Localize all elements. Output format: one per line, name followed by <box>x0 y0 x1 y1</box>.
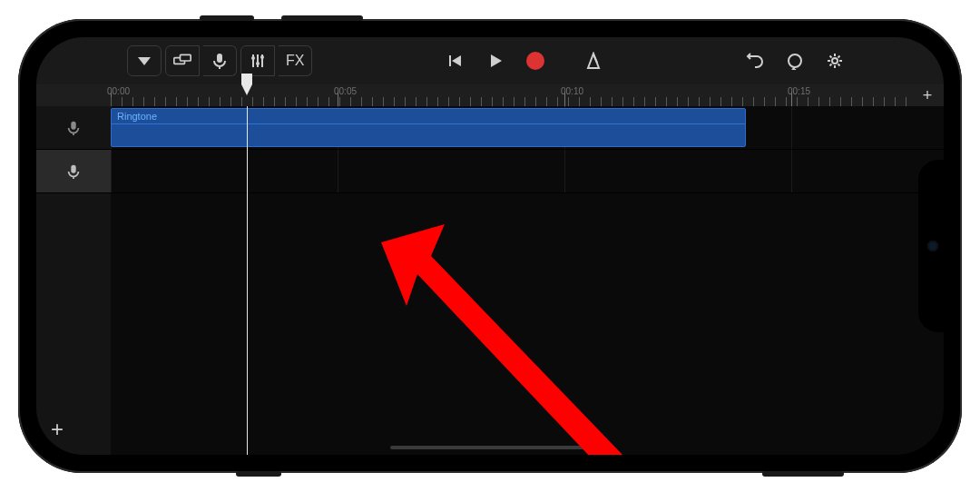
input-button[interactable] <box>203 45 237 76</box>
svg-rect-17 <box>71 121 75 129</box>
instrument-browser-button[interactable] <box>127 45 162 76</box>
add-track-button[interactable]: + <box>51 417 64 442</box>
svg-marker-12 <box>491 54 502 67</box>
tracks-view-button[interactable] <box>165 45 200 76</box>
mic-icon <box>211 52 229 70</box>
playhead[interactable] <box>247 106 248 455</box>
plus-icon: + <box>923 86 933 105</box>
svg-point-9 <box>260 55 264 59</box>
plus-icon: + <box>51 417 64 441</box>
record-button[interactable] <box>517 45 554 76</box>
tracks-area: Ringtone <box>36 106 944 455</box>
rewind-icon <box>446 52 465 70</box>
svg-line-14 <box>593 54 597 63</box>
undo-icon <box>746 52 764 70</box>
play-icon <box>486 52 505 70</box>
track-header-1[interactable] <box>36 106 111 150</box>
track-lane-2[interactable] <box>111 150 944 193</box>
svg-rect-10 <box>449 55 451 66</box>
mixer-button[interactable] <box>240 45 275 76</box>
svg-point-16 <box>832 58 838 64</box>
fx-button[interactable]: FX <box>279 45 312 76</box>
play-button[interactable] <box>477 45 514 76</box>
ruler-label: 00:00 <box>107 86 130 96</box>
svg-marker-0 <box>138 57 151 65</box>
mic-icon <box>65 120 82 136</box>
mic-icon <box>65 163 82 180</box>
track-headers <box>36 106 111 455</box>
screen: FX <box>36 37 944 455</box>
settings-button[interactable] <box>817 45 853 76</box>
phone-side-button <box>281 15 363 21</box>
track-header-2[interactable] <box>36 150 111 193</box>
home-indicator[interactable] <box>390 446 590 449</box>
loop-browser-button[interactable] <box>777 45 813 76</box>
phone-frame: FX <box>18 19 962 473</box>
svg-point-7 <box>251 56 255 60</box>
gear-icon <box>826 52 844 70</box>
loop-icon <box>786 52 804 70</box>
audio-region[interactable]: Ringtone <box>111 108 746 147</box>
svg-rect-18 <box>71 164 75 172</box>
svg-rect-2 <box>181 54 191 61</box>
track-lane-1[interactable]: Ringtone <box>111 106 944 150</box>
toolbar: FX <box>36 37 944 84</box>
ruler-label: 00:05 <box>334 86 357 96</box>
view-group <box>165 45 237 76</box>
fx-label: FX <box>286 53 304 69</box>
ruler-label: 00:10 <box>561 86 583 96</box>
timeline-ruler[interactable]: 00:00 00:05 00:10 00:15 + <box>36 84 944 106</box>
metronome-button[interactable] <box>575 45 612 76</box>
add-section-button[interactable]: + <box>916 84 938 106</box>
ruler-label: 00:15 <box>788 86 810 96</box>
record-icon <box>526 52 544 70</box>
controls-group: FX <box>240 45 312 76</box>
region-label: Ringtone <box>117 111 157 122</box>
rewind-button[interactable] <box>437 45 474 76</box>
sliders-icon <box>249 52 267 70</box>
undo-button[interactable] <box>737 45 773 76</box>
tracks-icon <box>173 52 191 70</box>
metronome-icon <box>584 52 603 70</box>
track-lanes[interactable]: Ringtone <box>111 106 944 455</box>
phone-side-button <box>762 471 844 477</box>
svg-point-8 <box>256 62 260 65</box>
svg-marker-11 <box>452 55 461 66</box>
camera-notch <box>918 160 944 332</box>
chevron-down-icon <box>135 52 153 70</box>
svg-point-15 <box>789 54 801 67</box>
svg-rect-3 <box>217 54 222 63</box>
